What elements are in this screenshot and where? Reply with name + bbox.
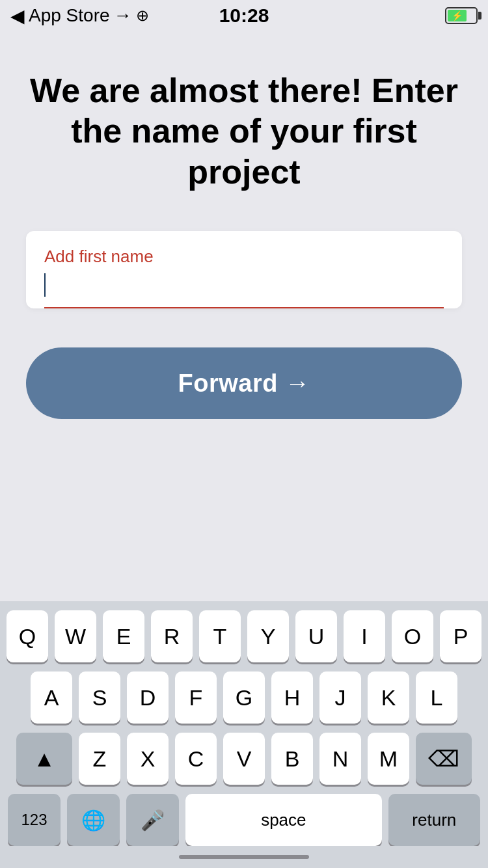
shift-key[interactable]: ▲ [16, 733, 72, 785]
key-q[interactable]: Q [7, 610, 48, 662]
keyboard-spacer [0, 575, 488, 601]
status-bar-left[interactable]: ◀ App Store → ⊕ [10, 5, 149, 27]
forward-button-label: Forward → [178, 370, 310, 398]
key-l[interactable]: L [416, 671, 457, 724]
key-f[interactable]: F [175, 671, 217, 724]
keyboard-row-1: Q W E R T Y U I O P [4, 610, 484, 662]
back-arrow-icon[interactable]: ◀ [10, 5, 25, 27]
keyboard: Q W E R T Y U I O P A S D F G H J K L ▲ … [0, 601, 488, 846]
key-t[interactable]: T [199, 610, 241, 662]
battery-icon: ⚡ [445, 7, 478, 24]
home-bar [0, 846, 488, 868]
key-z[interactable]: Z [79, 733, 120, 785]
key-p[interactable]: P [440, 610, 481, 662]
key-e[interactable]: E [103, 610, 144, 662]
app-store-label[interactable]: App Store [29, 5, 110, 26]
delete-key[interactable]: ⌫ [416, 733, 472, 785]
key-k[interactable]: K [368, 671, 409, 724]
space-key[interactable]: space [185, 794, 382, 846]
key-w[interactable]: W [55, 610, 96, 662]
forward-button[interactable]: Forward → [26, 347, 462, 419]
input-label: Add first name [44, 247, 444, 267]
main-content: We are almost there! Enter the name of y… [0, 31, 488, 575]
key-r[interactable]: R [151, 610, 193, 662]
text-cursor [44, 273, 46, 297]
text-input-row[interactable] [44, 273, 444, 308]
key-g[interactable]: G [223, 671, 265, 724]
project-name-input-container: Add first name [26, 231, 462, 308]
key-u[interactable]: U [295, 610, 337, 662]
status-bar: ◀ App Store → ⊕ 10:28 ⚡ [0, 0, 488, 31]
forward-arrow-icon: → [114, 5, 132, 26]
key-y[interactable]: Y [247, 610, 289, 662]
keyboard-row-2: A S D F G H J K L [4, 671, 484, 724]
status-bar-time: 10:28 [219, 5, 269, 27]
key-d[interactable]: D [127, 671, 169, 724]
home-bar-indicator [179, 855, 309, 859]
keyboard-row-3: ▲ Z X C V B N M ⌫ [4, 733, 484, 785]
link-icon: ⊕ [136, 7, 149, 25]
key-n[interactable]: N [319, 733, 361, 785]
key-c[interactable]: C [175, 733, 217, 785]
key-j[interactable]: J [319, 671, 361, 724]
globe-key[interactable]: 🌐 [67, 794, 120, 846]
key-s[interactable]: S [79, 671, 120, 724]
page-headline: We are almost there! Enter the name of y… [26, 70, 462, 192]
key-o[interactable]: O [392, 610, 433, 662]
battery-bolt: ⚡ [452, 11, 463, 20]
key-a[interactable]: A [31, 671, 72, 724]
key-v[interactable]: V [223, 733, 265, 785]
numbers-key[interactable]: 123 [8, 794, 61, 846]
key-m[interactable]: M [368, 733, 409, 785]
key-x[interactable]: X [127, 733, 169, 785]
status-bar-right: ⚡ [445, 7, 478, 24]
key-i[interactable]: I [344, 610, 385, 662]
key-h[interactable]: H [271, 671, 313, 724]
battery-fill: ⚡ [448, 10, 467, 21]
microphone-key[interactable]: 🎤 [126, 794, 179, 846]
key-b[interactable]: B [271, 733, 313, 785]
return-key[interactable]: return [388, 794, 480, 846]
keyboard-row-4: 123 🌐 🎤 space return [4, 794, 484, 846]
